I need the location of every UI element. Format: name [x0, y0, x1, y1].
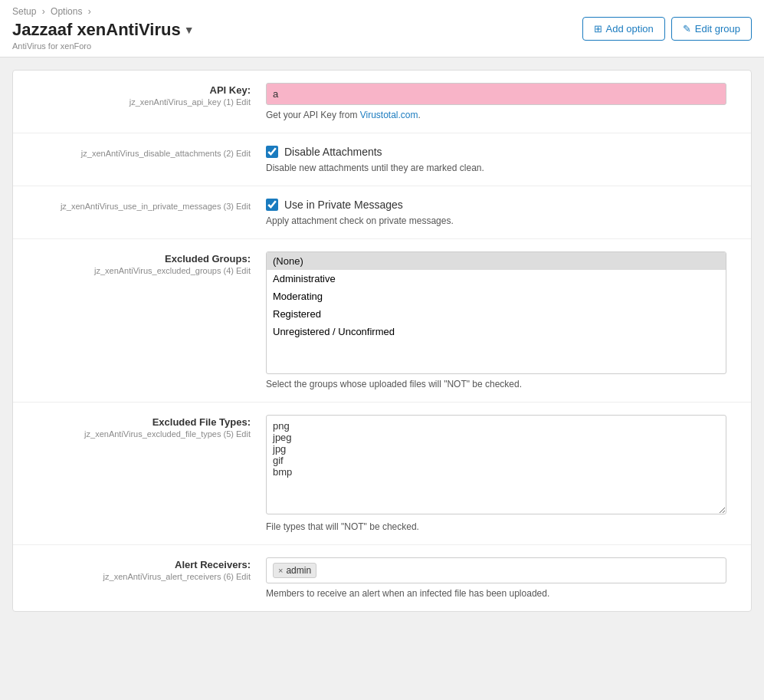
api-key-input[interactable] — [266, 83, 726, 105]
excluded-groups-edit-link[interactable]: Edit — [236, 266, 251, 275]
disable-attachments-edit-link[interactable]: Edit — [236, 149, 251, 158]
excluded-groups-description: Select the groups whose uploaded files w… — [266, 379, 726, 389]
top-buttons: ⊞ Add option ✎ Edit group — [582, 17, 752, 41]
top-bar: Setup › Options › Jazzaaf xenAntiVirus ▼… — [0, 0, 764, 58]
disable-attachments-description: Disable new attachments until they are m… — [266, 163, 726, 173]
alert-receivers-key: jz_xenAntiVirus_alert_receivers (6) Edit — [13, 572, 251, 581]
alert-receivers-tag-input[interactable]: × admin — [266, 557, 726, 583]
tag-admin-label: admin — [286, 565, 311, 576]
option-value-col-disable-attachments: Disable Attachments Disable new attachme… — [266, 146, 739, 173]
option-label-col-disable-attachments: jz_xenAntiVirus_disable_attachments (2) … — [13, 146, 266, 173]
option-row-excluded-groups: Excluded Groups: jz_xenAntiVirus_exclude… — [13, 239, 751, 403]
group-option-none[interactable]: (None) — [267, 252, 726, 270]
tag-admin-remove[interactable]: × — [278, 566, 283, 575]
option-value-col-excluded-file-types: png jpeg jpg gif bmp File types that wil… — [266, 415, 739, 532]
excluded-groups-key: jz_xenAntiVirus_excluded_groups (4) Edit — [13, 266, 251, 275]
alert-receivers-label: Alert Receivers: — [13, 559, 251, 570]
option-row-private-messages: jz_xenAntiVirus_use_in_private_messages … — [13, 186, 751, 239]
group-option-administrative[interactable]: Administrative — [267, 270, 726, 288]
edit-icon: ✎ — [683, 23, 691, 35]
option-label-col-api-key: API Key: jz_xenAntiVirus_api_key (1) Edi… — [13, 83, 266, 120]
excluded-groups-select[interactable]: (None) Administrative Moderating Registe… — [266, 251, 726, 374]
group-option-unregistered[interactable]: Unregistered / Unconfirmed — [267, 323, 726, 340]
options-card: API Key: jz_xenAntiVirus_api_key (1) Edi… — [12, 70, 752, 612]
private-messages-description: Apply attachment check on private messag… — [266, 215, 726, 226]
disable-attachments-label[interactable]: Disable Attachments — [266, 146, 726, 158]
option-label-col-excluded-groups: Excluded Groups: jz_xenAntiVirus_exclude… — [13, 251, 266, 389]
private-messages-edit-link[interactable]: Edit — [236, 202, 251, 211]
excluded-groups-label: Excluded Groups: — [13, 253, 251, 265]
main-content: API Key: jz_xenAntiVirus_api_key (1) Edi… — [0, 58, 764, 624]
private-messages-label[interactable]: Use in Private Messages — [266, 199, 726, 211]
group-option-registered[interactable]: Registered — [267, 305, 726, 323]
api-key-label: API Key: — [13, 84, 251, 96]
option-label-col-private-messages: jz_xenAntiVirus_use_in_private_messages … — [13, 199, 266, 226]
excluded-file-types-key: jz_xenAntiVirus_excluded_file_types (5) … — [13, 429, 251, 439]
api-key-description: Get your API Key from Virustotal.com. — [266, 110, 726, 120]
breadcrumb-options[interactable]: Options — [51, 6, 82, 17]
private-messages-checkbox[interactable] — [266, 199, 278, 211]
page-title: Jazzaaf xenAntiVirus ▼ — [12, 20, 195, 40]
option-row-api-key: API Key: jz_xenAntiVirus_api_key (1) Edi… — [13, 71, 751, 133]
option-row-disable-attachments: jz_xenAntiVirus_disable_attachments (2) … — [13, 133, 751, 186]
title-dropdown-arrow[interactable]: ▼ — [184, 24, 195, 36]
option-row-alert-receivers: Alert Receivers: jz_xenAntiVirus_alert_r… — [13, 545, 751, 611]
excluded-file-types-edit-link[interactable]: Edit — [236, 429, 251, 439]
virustotal-link[interactable]: Virustotal.com — [360, 110, 418, 120]
add-icon: ⊞ — [594, 23, 602, 35]
api-key-edit-link[interactable]: Edit — [236, 97, 251, 107]
page-title-area: Setup › Options › Jazzaaf xenAntiVirus ▼… — [12, 6, 195, 51]
excluded-file-types-textarea[interactable]: png jpeg jpg gif bmp — [266, 415, 726, 514]
excluded-file-types-description: File types that will "NOT" be checked. — [266, 521, 726, 532]
disable-attachments-key: jz_xenAntiVirus_disable_attachments (2) … — [13, 149, 251, 158]
disable-attachments-checkbox[interactable] — [266, 146, 278, 158]
alert-receivers-description: Members to receive an alert when an infe… — [266, 588, 726, 599]
option-value-col-alert-receivers: × admin Members to receive an alert when… — [266, 557, 739, 599]
excluded-file-types-label: Excluded File Types: — [13, 416, 251, 428]
page-subtitle: AntiVirus for xenForo — [12, 41, 195, 51]
alert-receivers-edit-link[interactable]: Edit — [236, 572, 251, 581]
option-value-col-excluded-groups: (None) Administrative Moderating Registe… — [266, 251, 739, 389]
option-label-col-alert-receivers: Alert Receivers: jz_xenAntiVirus_alert_r… — [13, 557, 266, 599]
tag-admin: × admin — [273, 563, 316, 578]
add-option-button[interactable]: ⊞ Add option — [582, 17, 665, 41]
option-row-excluded-file-types: Excluded File Types: jz_xenAntiVirus_exc… — [13, 403, 751, 545]
breadcrumb-setup[interactable]: Setup — [12, 6, 36, 17]
private-messages-key: jz_xenAntiVirus_use_in_private_messages … — [13, 202, 251, 211]
option-value-col-api-key: Get your API Key from Virustotal.com. — [266, 83, 739, 120]
edit-group-button[interactable]: ✎ Edit group — [671, 17, 752, 41]
group-option-moderating[interactable]: Moderating — [267, 288, 726, 305]
option-label-col-excluded-file-types: Excluded File Types: jz_xenAntiVirus_exc… — [13, 415, 266, 532]
api-key-key: jz_xenAntiVirus_api_key (1) Edit — [13, 97, 251, 107]
breadcrumb: Setup › Options › — [12, 6, 195, 17]
option-value-col-private-messages: Use in Private Messages Apply attachment… — [266, 199, 739, 226]
